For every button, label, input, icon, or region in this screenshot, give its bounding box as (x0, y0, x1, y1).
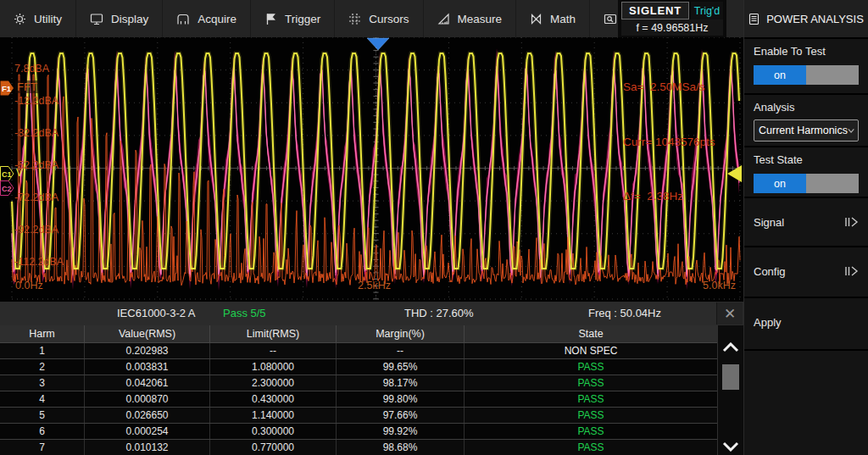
table-row: 70.0101320.77000098.68%PASS (0, 440, 717, 455)
table-cell: 0.026650 (85, 408, 210, 423)
trigger-position-marker[interactable] (367, 38, 389, 50)
analysis-selected-value: Current Harmonics (759, 125, 848, 136)
menu-acquire-label: Acquire (198, 13, 236, 25)
menu-math-label: Math (550, 13, 576, 25)
table-cell: -- (210, 343, 337, 358)
state-cell: PASS (465, 424, 717, 439)
config-section[interactable]: Config (744, 247, 868, 298)
thd-readout: THD : 27.60% (404, 307, 474, 319)
fft-resolution: Δf= 2.38Hz (623, 187, 715, 206)
table-scrollbar[interactable] (717, 325, 744, 455)
panel-title: POWER ANALYSIS (766, 13, 864, 25)
table-cell: 4 (0, 391, 85, 407)
analysis-icon (604, 13, 617, 25)
expand-submenu-icon (843, 265, 859, 277)
menu-cursors[interactable]: Cursors (335, 0, 423, 37)
fft-scale-label: -112.2dBA (14, 256, 64, 268)
chevron-down-icon (848, 128, 854, 134)
panel-header: POWER ANALYSIS (744, 0, 868, 39)
table-cell: 99.92% (337, 424, 465, 439)
fft-trace-label: FFT (15, 80, 39, 93)
menu-utility[interactable]: Utility (0, 0, 76, 37)
table-row: 60.0002540.30000099.92%PASS (0, 424, 717, 440)
signal-section[interactable]: Signal (744, 198, 868, 247)
state-cell: PASS (465, 359, 717, 375)
test-state-toggle[interactable]: on (754, 174, 859, 193)
c2-channel-badge[interactable]: C2 (0, 180, 14, 196)
enable-to-test-toggle[interactable]: on (754, 65, 859, 85)
enable-to-test-section: Enable To Test on (744, 39, 868, 95)
trigger-frequency-readout: f = 49.96581Hz (621, 19, 723, 36)
c1-unit-label: V (16, 167, 23, 179)
apply-button: Apply (754, 316, 782, 329)
power-analysis-panel: POWER ANALYSIS Enable To Test on Analysi… (743, 0, 868, 455)
menu-display[interactable]: Display (76, 0, 163, 37)
analysis-dropdown[interactable]: Current Harmonics (754, 119, 859, 141)
table-cell: 0.300000 (210, 424, 337, 439)
menu-trigger[interactable]: Trigger (251, 0, 335, 37)
table-cell: 2.300000 (210, 375, 337, 391)
c1-channel-badge[interactable]: C1 (0, 166, 14, 181)
table-cell: 0.042061 (85, 375, 210, 391)
toggle-on-state: on (754, 65, 806, 85)
state-cell: PASS (465, 391, 717, 407)
trigger-status-badge: Trig'd (691, 2, 723, 19)
gear-icon (14, 13, 26, 25)
fft-scale-label: 7.8dBA (14, 63, 49, 75)
apply-section[interactable]: Apply (744, 298, 868, 351)
state-cell: NON SPEC (465, 343, 717, 358)
fft-scale-label: -92.2dBA (14, 224, 58, 236)
table-cell: 0.430000 (210, 391, 337, 407)
table-cell: 0.202983 (85, 343, 210, 358)
analysis-label: Analysis (754, 101, 859, 114)
table-cell: 2 (0, 359, 85, 375)
col-header-margin: Margin(%) (337, 325, 465, 342)
waveform-display[interactable]: 7.8dBA-12.2dBA-32.2dBA-52.2dBA-72.2dBA-9… (0, 37, 743, 302)
state-cell: PASS (465, 408, 717, 423)
table-cell: 97.66% (337, 408, 465, 423)
table-cell: 7 (0, 440, 85, 455)
test-state-label: Test State (754, 153, 859, 166)
table-row: 30.0420612.30000098.17%PASS (0, 375, 717, 391)
table-cell: 1 (0, 343, 85, 358)
close-icon[interactable]: ✕ (716, 302, 743, 325)
menu-measure[interactable]: Measure (424, 0, 517, 37)
scroll-down-icon[interactable] (722, 441, 739, 452)
table-cell: 0.770000 (210, 440, 337, 455)
table-cell: 99.65% (337, 359, 465, 375)
fft-scale-label: -72.2dBA (14, 191, 58, 203)
menu-utility-label: Utility (34, 13, 62, 25)
standard-name: IEC61000-3-2 A (117, 307, 196, 319)
col-header-harm: Harm (0, 325, 85, 342)
svg-text:F1: F1 (2, 84, 12, 93)
table-body: 10.202983----NON SPEC20.0038311.08000099… (0, 343, 717, 455)
config-label: Config (754, 265, 786, 278)
menu-trigger-label: Trigger (285, 13, 320, 25)
toggle-off-half (806, 174, 859, 193)
col-header-value: Value(RMS) (85, 325, 210, 342)
acquired-points: Curr= 1048576pts (623, 133, 715, 152)
table-cell: 5 (0, 408, 85, 423)
results-info-bar: IEC61000-3-2 A Pass 5/5 THD : 27.60% Fre… (0, 302, 743, 325)
measure-icon (437, 13, 450, 25)
table-cell: 0.003831 (85, 359, 210, 375)
menu-measure-label: Measure (458, 13, 503, 25)
pass-count: Pass 5/5 (223, 307, 266, 319)
menu-acquire[interactable]: Acquire (163, 0, 251, 37)
acquisition-info: Sa= 2.50MSa/s Curr= 1048576pts Δf= 2.38H… (623, 42, 715, 242)
table-row: 20.0038311.08000099.65%PASS (0, 359, 717, 375)
oscilloscope-screen: Utility Display Acquire Trigger Cursors … (0, 0, 868, 455)
table-header-row: Harm Value(RMS) Limit(RMS) Margin(%) Sta… (0, 325, 717, 343)
table-row: 10.202983----NON SPEC (0, 343, 717, 359)
harmonics-table: Harm Value(RMS) Limit(RMS) Margin(%) Sta… (0, 325, 717, 455)
table-row: 40.0008700.43000099.80%PASS (0, 391, 717, 408)
table-cell: 0.010132 (85, 440, 210, 455)
table-row: 50.0266501.14000097.66%PASS (0, 408, 717, 424)
scroll-up-icon[interactable] (722, 342, 739, 352)
f1-channel-badge[interactable]: F1 (0, 80, 14, 96)
signal-label: Signal (754, 216, 784, 229)
menu-math[interactable]: Math (516, 0, 590, 37)
col-header-state: State (465, 325, 717, 342)
scroll-thumb[interactable] (722, 364, 739, 390)
state-cell: PASS (465, 375, 717, 391)
